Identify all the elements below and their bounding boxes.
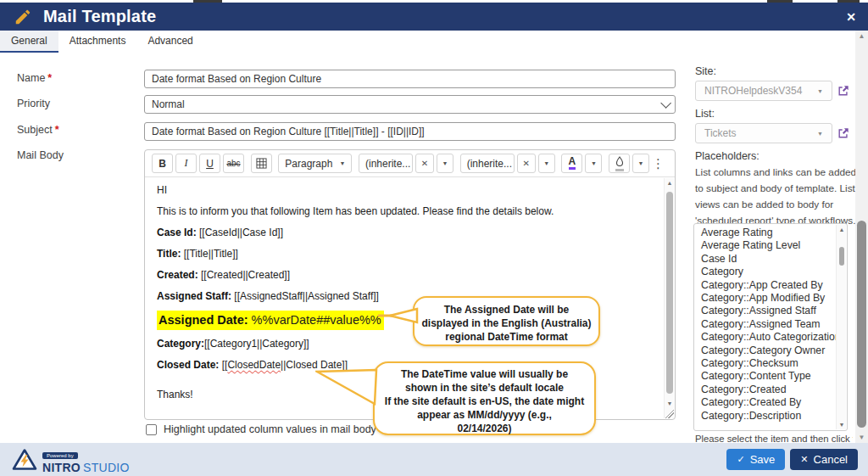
annotation-callout-assigned-date: The Assigned Date will bedisplayed in th…: [413, 296, 600, 346]
cancel-button[interactable]: ✕ Cancel: [790, 449, 858, 470]
callout-text-line: shown in the site’s default locale: [375, 381, 594, 395]
edit-pencil-icon: [14, 8, 32, 26]
droplet-icon: [615, 156, 624, 171]
dialog-footer: Powered by NITROSTUDIO ✓ Save ✕ Cancel: [0, 443, 868, 476]
placeholder-item[interactable]: Category::Auto Categorization: [701, 331, 835, 344]
placeholders-listbox[interactable]: Average RatingAverage Rating LevelCase I…: [693, 223, 848, 431]
placeholder-item[interactable]: Category::Checksum: [701, 357, 835, 370]
callout-text-line: regional DateTime format: [415, 330, 598, 344]
save-button[interactable]: ✓ Save: [726, 449, 785, 470]
tab-bar: GeneralAttachmentsAdvanced: [0, 31, 855, 53]
highlight-color-expand-button[interactable]: ▼: [632, 154, 649, 173]
save-button-label: Save: [750, 453, 776, 466]
scroll-down-icon[interactable]: ▼: [855, 434, 868, 441]
tab-attachments[interactable]: Attachments: [58, 31, 137, 53]
paragraph-style-value: Paragraph: [285, 158, 332, 170]
scroll-down-icon[interactable]: ▼: [837, 422, 847, 428]
editor-toolbar: B I U abc Paragraph ▼ (inherite... ✕ ▼ (…: [145, 150, 675, 177]
editor-line: Case Id: [[CaseId||Case Id]]: [157, 227, 652, 238]
placeholder-item[interactable]: Case Id: [701, 253, 835, 266]
logo-text: Powered by NITROSTUDIO: [42, 445, 130, 474]
priority-select[interactable]: Normal: [144, 95, 676, 114]
scroll-down-icon[interactable]: ▼: [665, 400, 675, 406]
placeholder-item[interactable]: Category::Description: [701, 410, 835, 423]
open-site-external-link-icon[interactable]: [837, 85, 849, 97]
editor-scrollbar-thumb[interactable]: [666, 192, 673, 394]
insert-table-button[interactable]: [251, 154, 272, 173]
subject-input[interactable]: [144, 122, 676, 141]
placeholders-help-text: List columns and links can be added to s…: [695, 165, 858, 229]
text-color-button[interactable]: A: [561, 154, 582, 173]
placeholder-item[interactable]: Category::Created By: [701, 396, 835, 409]
tab-general[interactable]: General: [0, 31, 58, 53]
paragraph-style-dropdown[interactable]: Paragraph ▼: [278, 154, 352, 173]
list-select[interactable]: Tickets ▼: [695, 123, 832, 143]
callout-connector: [315, 363, 378, 409]
placeholder-item[interactable]: Category::Category Owner: [701, 344, 835, 357]
editor-line: Title: [[Title||Title]]: [157, 248, 652, 260]
highlight-values-checkbox-row: Highlight updated column values in mail …: [146, 423, 376, 435]
chevron-down-icon: [660, 98, 671, 109]
tab-advanced[interactable]: Advanced: [136, 31, 203, 53]
annotation-callout-datetime-locale: The DateTime value will usually beshown …: [373, 361, 596, 435]
bold-button[interactable]: B: [152, 154, 173, 173]
highlight-values-checkbox[interactable]: [146, 424, 157, 435]
highlighted-text: Assigned Date: %%varDate##value%%: [157, 311, 384, 330]
placeholder-item[interactable]: Category::Assigned Team: [701, 318, 835, 331]
italic-button[interactable]: I: [175, 154, 197, 173]
list-value: Tickets: [704, 127, 737, 139]
font-size-expand-button[interactable]: ▼: [538, 154, 555, 173]
placeholders-scrollbar-thumb[interactable]: [839, 247, 844, 266]
site-select[interactable]: NITROHelpdeskV354 ▼: [695, 81, 832, 101]
strikethrough-button[interactable]: abc: [223, 154, 244, 173]
placeholder-item[interactable]: Average Rating Level: [701, 239, 835, 252]
editor-line: HI: [157, 184, 652, 196]
scroll-up-icon[interactable]: ▲: [665, 180, 675, 186]
name-input[interactable]: [144, 70, 676, 88]
site-value: NITROHelpdeskV354: [704, 85, 802, 97]
font-family-dropdown[interactable]: (inherite...: [359, 154, 413, 173]
callout-text-line: The Assigned Date will be: [415, 303, 598, 316]
chevron-down-icon: ▼: [638, 160, 644, 166]
font-size-value: (inherite...: [467, 158, 512, 170]
chevron-down-icon: ▼: [339, 160, 345, 166]
list-label: List:: [695, 108, 715, 120]
callout-text-line: displayed in the English (Australia): [415, 316, 598, 330]
page-scrollbar-thumb[interactable]: [857, 221, 866, 428]
placeholder-item[interactable]: Category::App Created By: [701, 279, 835, 292]
name-label: Name*: [17, 72, 52, 84]
chevron-down-icon: ▼: [543, 160, 549, 166]
chevron-down-icon: ▼: [591, 160, 597, 166]
font-family-expand-button[interactable]: ▼: [437, 154, 453, 173]
required-asterisk: *: [47, 72, 52, 84]
underline-button[interactable]: U: [199, 154, 220, 173]
placeholder-item[interactable]: Average Rating: [701, 227, 835, 239]
placeholders-scrollbar[interactable]: ▲ ▼: [836, 225, 846, 429]
mail-body-label: Mail Body: [17, 149, 64, 161]
resize-grip-icon[interactable]: [665, 409, 674, 418]
brand-nitro: NITRO: [42, 461, 81, 474]
highlight-color-button[interactable]: [609, 154, 630, 173]
scroll-up-icon[interactable]: ▲: [837, 227, 847, 232]
font-size-clear-button[interactable]: ✕: [517, 154, 536, 173]
more-options-kebab-icon[interactable]: ⋮: [652, 156, 665, 171]
chevron-down-icon: ▼: [817, 88, 823, 94]
font-size-dropdown[interactable]: (inherite...: [460, 154, 515, 173]
text-color-expand-button[interactable]: ▼: [585, 154, 602, 173]
close-icon[interactable]: ✕: [846, 10, 856, 24]
nitro-studio-logo: Powered by NITROSTUDIO: [12, 445, 130, 474]
placeholder-item[interactable]: Category::Content Type: [701, 370, 835, 383]
open-list-external-link-icon[interactable]: [837, 127, 849, 139]
dialog-title: Mail Template: [43, 7, 156, 26]
callout-connector: [378, 307, 419, 324]
placeholder-item[interactable]: Category::Created: [701, 384, 835, 396]
chevron-down-icon: ▼: [442, 160, 448, 166]
table-icon: [256, 158, 267, 169]
placeholder-item[interactable]: Category::App Modified By: [701, 292, 835, 305]
editor-scrollbar[interactable]: ▲ ▼: [664, 178, 674, 418]
placeholder-item[interactable]: Category: [701, 266, 835, 278]
scroll-up-icon[interactable]: ▲: [855, 32, 868, 40]
font-family-clear-button[interactable]: ✕: [415, 154, 434, 173]
placeholder-item[interactable]: Category::Assigned Staff: [701, 305, 835, 317]
page-scrollbar[interactable]: ▲ ▼: [855, 31, 868, 443]
